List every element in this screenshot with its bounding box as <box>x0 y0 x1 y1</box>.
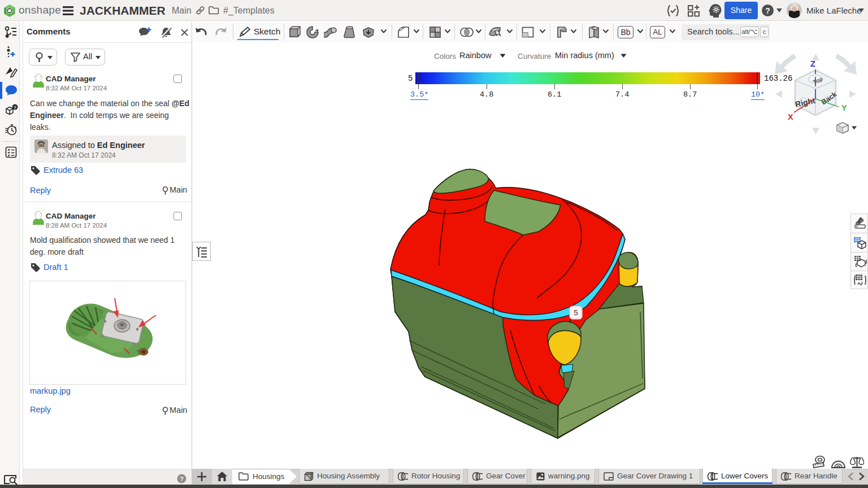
svg-text:Y: Y <box>841 103 847 112</box>
svg-text:?: ? <box>180 476 184 482</box>
svg-text:?: ? <box>765 6 770 15</box>
svg-text:Z: Z <box>810 59 815 68</box>
svg-text:X: X <box>788 112 793 121</box>
svg-text:?: ? <box>14 105 16 110</box>
svg-text:5: 5 <box>574 308 578 317</box>
